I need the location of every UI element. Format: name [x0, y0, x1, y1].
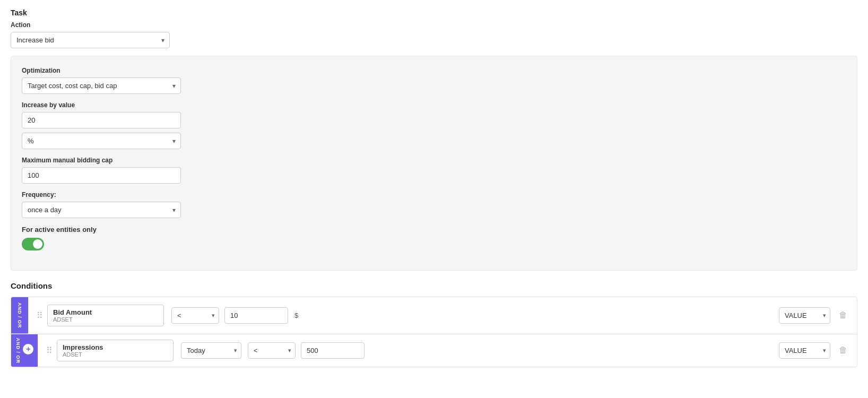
- condition-field-bid-amount: Bid Amount ADSET: [47, 305, 164, 326]
- active-entities-label: For active entities only: [22, 226, 846, 233]
- task-title: Task: [11, 8, 857, 17]
- percent-select-wrapper[interactable]: % $ Fixed: [22, 133, 181, 149]
- bid-amount-delete-button[interactable]: 🗑: [834, 307, 853, 323]
- and-or-block[interactable]: AND / OR: [11, 297, 28, 334]
- conditions-title: Conditions: [11, 281, 857, 290]
- condition-row-inner: ⠿ Bid Amount ADSET < > = <= >=: [28, 299, 857, 332]
- impressions-value-type-select[interactable]: VALUE BUDGET CUSTOM: [779, 342, 830, 359]
- active-entities-row: For active entities only: [22, 226, 846, 252]
- drag-handle-icon[interactable]: ⠿: [32, 310, 47, 321]
- max-bid-row: Maximum manual bidding cap: [22, 157, 846, 184]
- frequency-row: Frequency: once a day twice a day every …: [22, 191, 846, 218]
- and-or-text: AND / OR: [17, 302, 22, 328]
- impressions-time-period-select[interactable]: Today Yesterday Last 7 days Last 30 days: [181, 342, 241, 359]
- impressions-value-input[interactable]: [301, 342, 364, 359]
- drag-handle-icon-2[interactable]: ⠿: [42, 345, 57, 356]
- impressions-delete-button[interactable]: 🗑: [834, 342, 853, 358]
- conditions-area: AND / OR ⠿ Bid Amount ADSET < >: [11, 297, 857, 367]
- table-row: AND / OR + ⠿ Impressions ADSET Today: [11, 334, 857, 367]
- table-row: AND / OR ⠿ Bid Amount ADSET < >: [11, 297, 857, 334]
- impressions-field-sub: ADSET: [63, 351, 168, 358]
- bid-amount-field-name: Bid Amount: [53, 308, 158, 316]
- active-entities-toggle[interactable]: [22, 238, 44, 250]
- bid-amount-value-input[interactable]: [224, 307, 288, 324]
- bid-amount-operator-select[interactable]: < > = <= >=: [171, 307, 219, 324]
- bid-amount-operator[interactable]: < > = <= >=: [171, 307, 219, 324]
- frequency-select[interactable]: once a day twice a day every 30 minutes …: [22, 202, 181, 218]
- increase-by-row: Increase by value % $ Fixed: [22, 101, 846, 149]
- and-or-text-2: AND / OR: [15, 338, 21, 364]
- max-bid-label: Maximum manual bidding cap: [22, 157, 846, 164]
- action-select[interactable]: Increase bid Decrease bid Pause Enable: [11, 32, 170, 48]
- bid-amount-field-sub: ADSET: [53, 316, 158, 323]
- impressions-value-type[interactable]: VALUE BUDGET CUSTOM: [779, 342, 830, 359]
- and-or-plus-block[interactable]: AND / OR +: [11, 334, 38, 367]
- percent-select[interactable]: % $ Fixed: [22, 133, 181, 149]
- impressions-operator[interactable]: < > = <= >=: [248, 342, 296, 359]
- increase-by-input[interactable]: [22, 112, 181, 128]
- impressions-operator-select[interactable]: < > = <= >=: [248, 342, 296, 359]
- bid-amount-value-type-select[interactable]: VALUE BUDGET CUSTOM: [779, 307, 830, 324]
- toggle-slider: [22, 238, 44, 250]
- task-config-area: Optimization Target cost, cost cap, bid …: [11, 56, 857, 271]
- max-bid-input[interactable]: [22, 167, 181, 184]
- frequency-select-wrapper[interactable]: once a day twice a day every 30 minutes …: [22, 202, 181, 218]
- add-condition-button[interactable]: +: [23, 344, 33, 354]
- optimization-label: Optimization: [22, 67, 846, 74]
- optimization-row: Optimization Target cost, cost cap, bid …: [22, 67, 846, 94]
- impressions-time-period[interactable]: Today Yesterday Last 7 days Last 30 days: [181, 342, 241, 359]
- action-select-wrapper[interactable]: Increase bid Decrease bid Pause Enable: [11, 32, 170, 48]
- bid-amount-value-type[interactable]: VALUE BUDGET CUSTOM: [779, 307, 830, 324]
- condition-row-inner-2: ⠿ Impressions ADSET Today Yesterday Last…: [38, 334, 857, 367]
- optimization-select[interactable]: Target cost, cost cap, bid cap Lowest co…: [22, 77, 181, 94]
- optimization-select-wrapper[interactable]: Target cost, cost cap, bid cap Lowest co…: [22, 77, 181, 94]
- impressions-field-name: Impressions: [63, 343, 168, 351]
- action-label: Action: [11, 21, 857, 29]
- bid-amount-currency: $: [294, 312, 298, 319]
- frequency-label: Frequency:: [22, 191, 846, 198]
- increase-by-label: Increase by value: [22, 101, 846, 109]
- task-section: Task Action Increase bid Decrease bid Pa…: [11, 8, 857, 48]
- condition-field-impressions: Impressions ADSET: [57, 340, 173, 361]
- conditions-section: Conditions AND / OR ⠿ Bid Amount ADSET: [11, 281, 857, 367]
